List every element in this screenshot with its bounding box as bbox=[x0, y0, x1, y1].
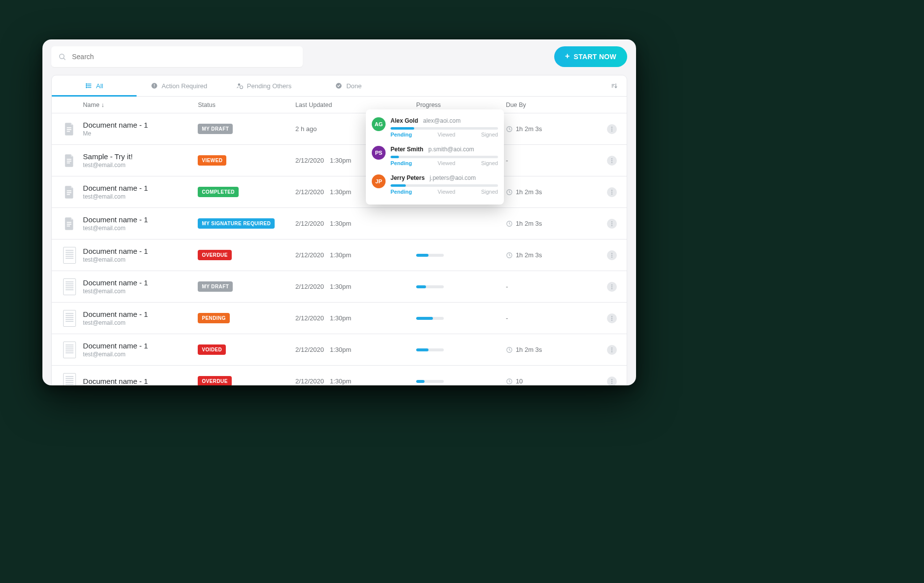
search-box[interactable] bbox=[51, 46, 303, 67]
table-row[interactable]: Document name - 1test@email.comVOIDED2/1… bbox=[52, 334, 627, 366]
row-menu-button[interactable] bbox=[607, 345, 617, 355]
clock-icon bbox=[506, 252, 513, 259]
person-progress-bar bbox=[391, 156, 498, 158]
svg-point-31 bbox=[611, 190, 612, 191]
svg-point-33 bbox=[611, 193, 612, 194]
col-status[interactable]: Status bbox=[198, 102, 295, 108]
table-row[interactable]: Document name - 1MeMY DRAFT2 h ago1h 2m … bbox=[52, 113, 627, 145]
tab-done[interactable]: Done bbox=[306, 75, 391, 96]
svg-point-42 bbox=[611, 253, 612, 254]
document-name-cell: Sample - Try it!test@email.com bbox=[83, 152, 198, 169]
status-badge: VOIDED bbox=[198, 344, 226, 355]
person-email: alex@aoi.com bbox=[423, 117, 461, 124]
tab-action-required[interactable]: Action Required bbox=[137, 75, 221, 96]
status-cell: PENDING bbox=[198, 313, 295, 323]
updated-date: 2/12/2020 bbox=[295, 346, 324, 353]
due-value: - bbox=[506, 314, 508, 322]
table-row[interactable]: Document name - 1test@email.comCOMPLETED… bbox=[52, 176, 627, 208]
col-progress[interactable]: Progress bbox=[416, 102, 506, 108]
tabs: All Action Required Pending Others bbox=[52, 75, 627, 97]
popover-person: PSPeter Smithp.smith@aoi.comPendingViewe… bbox=[372, 142, 498, 171]
table-row[interactable]: Document name - 1test@email.comMY DRAFT2… bbox=[52, 271, 627, 303]
due-value: 1h 2m 3s bbox=[516, 125, 542, 133]
document-title: Document name - 1 bbox=[83, 377, 198, 385]
person-name: Peter Smith bbox=[391, 146, 424, 153]
updated-time: 1:30pm bbox=[330, 220, 351, 227]
status-badge: OVERDUE bbox=[198, 250, 231, 260]
col-last-updated[interactable]: Last Updated bbox=[295, 102, 416, 108]
table-row[interactable]: Document name - 1OVERDUE2/12/20201:30pm1… bbox=[52, 366, 627, 385]
svg-rect-29 bbox=[67, 194, 70, 195]
row-actions-cell bbox=[602, 282, 623, 292]
document-from: test@email.com bbox=[83, 351, 198, 358]
progress-cell[interactable] bbox=[416, 285, 506, 288]
sort-button[interactable] bbox=[607, 79, 621, 93]
table-row[interactable]: Document name - 1test@email.comPENDING2/… bbox=[52, 303, 627, 334]
row-actions-cell bbox=[602, 345, 623, 355]
plus-icon: + bbox=[565, 52, 570, 61]
svg-rect-10 bbox=[154, 87, 154, 87]
row-actions-cell bbox=[602, 187, 623, 197]
step-pending: Pending bbox=[391, 160, 412, 166]
table-row[interactable]: Document name - 1test@email.comOVERDUE2/… bbox=[52, 240, 627, 271]
updated-date: 2/12/2020 bbox=[295, 188, 324, 196]
row-menu-button[interactable] bbox=[607, 377, 617, 386]
updated-time: 2 h ago bbox=[295, 125, 317, 133]
tab-pending-others[interactable]: Pending Others bbox=[221, 75, 306, 96]
table-row[interactable]: Sample - Try it!test@email.comVIEWED2/12… bbox=[52, 145, 627, 176]
progress-cell[interactable] bbox=[416, 348, 506, 351]
svg-rect-22 bbox=[67, 161, 71, 162]
progress-cell[interactable] bbox=[416, 254, 506, 257]
progress-cell[interactable] bbox=[416, 317, 506, 320]
status-badge: PENDING bbox=[198, 313, 229, 323]
updated-time: 1:30pm bbox=[330, 314, 351, 322]
tab-all[interactable]: All bbox=[52, 75, 137, 96]
svg-point-40 bbox=[611, 225, 612, 226]
svg-line-1 bbox=[64, 58, 65, 60]
svg-rect-36 bbox=[67, 225, 70, 226]
due-value: 1h 2m 3s bbox=[516, 346, 542, 353]
popover-person: AGAlex Goldalex@aoi.comPendingViewedSign… bbox=[372, 114, 498, 142]
progress-bar bbox=[416, 380, 444, 383]
step-pending: Pending bbox=[391, 189, 412, 195]
row-menu-button[interactable] bbox=[607, 313, 617, 323]
row-menu-button[interactable] bbox=[607, 187, 617, 197]
start-now-button[interactable]: + START NOW bbox=[554, 46, 627, 67]
col-due-by[interactable]: Due By bbox=[506, 102, 602, 108]
document-icon bbox=[56, 154, 83, 167]
updated-time: 1:30pm bbox=[330, 346, 351, 353]
last-updated-cell: 2/12/20201:30pm bbox=[295, 251, 416, 259]
svg-point-49 bbox=[611, 317, 612, 318]
document-title: Document name - 1 bbox=[83, 121, 198, 129]
due-value: 1h 2m 3s bbox=[516, 220, 542, 227]
search-input[interactable] bbox=[71, 52, 296, 61]
row-menu-button[interactable] bbox=[607, 219, 617, 229]
svg-point-57 bbox=[611, 380, 612, 381]
svg-point-11 bbox=[238, 83, 240, 86]
row-menu-button[interactable] bbox=[607, 124, 617, 134]
tab-label: All bbox=[96, 82, 103, 90]
app-window: + START NOW All Action Required bbox=[42, 39, 636, 385]
updated-time: 1:30pm bbox=[330, 283, 351, 290]
status-cell: MY DRAFT bbox=[198, 124, 295, 134]
svg-rect-16 bbox=[67, 131, 70, 132]
person-name: Alex Gold bbox=[391, 117, 418, 124]
tab-label: Action Required bbox=[162, 82, 208, 90]
document-from: test@email.com bbox=[83, 256, 198, 263]
status-badge: MY DRAFT bbox=[198, 124, 233, 134]
clock-icon bbox=[506, 378, 513, 385]
row-menu-button[interactable] bbox=[607, 250, 617, 260]
due-value: 1h 2m 3s bbox=[516, 251, 542, 259]
svg-point-6 bbox=[86, 85, 86, 86]
progress-cell[interactable] bbox=[416, 380, 506, 383]
svg-point-50 bbox=[611, 319, 612, 320]
document-thumbnail bbox=[56, 310, 83, 327]
document-from: test@email.com bbox=[83, 225, 198, 232]
row-menu-button[interactable] bbox=[607, 282, 617, 292]
last-updated-cell: 2/12/20201:30pm bbox=[295, 314, 416, 322]
row-menu-button[interactable] bbox=[607, 156, 617, 166]
table-row[interactable]: Document name - 1test@email.comMY SIGNAT… bbox=[52, 208, 627, 240]
col-name[interactable]: Name ↓ bbox=[83, 102, 198, 108]
svg-point-45 bbox=[611, 284, 612, 285]
step-signed: Signed bbox=[481, 189, 498, 195]
